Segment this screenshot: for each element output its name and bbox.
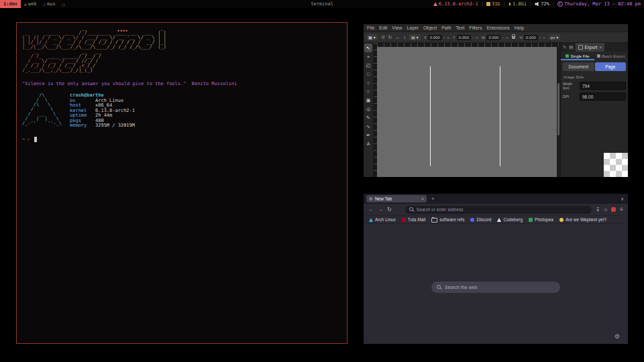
back-button[interactable]: ← <box>368 206 374 213</box>
menu-help[interactable]: Help <box>515 25 524 30</box>
menu-button[interactable]: ≡ <box>620 206 623 213</box>
workspace-scratch[interactable]: □ <box>59 0 68 8</box>
stepper-minus[interactable]: − <box>472 36 475 40</box>
lock-ratio-icon[interactable] <box>512 36 515 39</box>
layers-dialog-icon[interactable]: ▤ <box>569 45 574 50</box>
export-dpi-input[interactable]: 96.00 <box>580 93 626 101</box>
downloads-button[interactable]: ↧ <box>596 206 600 213</box>
personalize-gear-icon[interactable]: ⚙ <box>614 333 620 340</box>
stepper-plus[interactable]: + <box>447 36 449 40</box>
bookmark-arch-linux[interactable]: Arch Linux <box>369 217 396 222</box>
rotate-cw-button[interactable]: ↻ <box>388 35 392 40</box>
close-icon[interactable]: × <box>599 45 602 50</box>
codeberg-icon <box>497 218 501 222</box>
spiral-tool[interactable]: ◎ <box>364 105 372 113</box>
pencil-tool[interactable]: ✎ <box>364 113 372 122</box>
tab-single-file[interactable]: Single File <box>561 52 594 60</box>
export-dialog-tab[interactable]: Export × <box>576 43 605 52</box>
search-icon <box>409 207 414 213</box>
stepper-plus[interactable]: + <box>543 36 545 40</box>
export-area-buttons: Document Page <box>563 62 626 71</box>
menu-extensions[interactable]: Extensions <box>486 25 509 30</box>
bookmark-codeberg[interactable]: Codeberg <box>497 217 523 222</box>
url-placeholder: Search or enter address <box>417 207 464 212</box>
bookmark-are-we-wayland-yet[interactable]: Are we Wayland yet? <box>559 217 606 222</box>
prompt-path: ~ <box>22 137 25 142</box>
adblock-extension-icon[interactable] <box>611 207 616 212</box>
shape-builder-tool[interactable]: ◱ <box>364 61 372 70</box>
star-tool[interactable]: ☆ <box>364 87 372 96</box>
flip-horizontal-button[interactable]: ↔ <box>395 35 400 40</box>
ellipse-tool[interactable]: ○ <box>364 78 372 87</box>
search-placeholder: Search the web <box>445 285 478 290</box>
workspace-label: web <box>28 1 37 7</box>
bookmark-discord[interactable]: Discord <box>470 217 491 222</box>
select-tool[interactable]: ↖ <box>364 44 372 52</box>
new-tab-button[interactable]: + <box>431 196 435 202</box>
rectangle-tool[interactable]: □ <box>364 70 372 78</box>
y-field[interactable]: Y 0.000 − + <box>453 35 478 40</box>
export-icon <box>578 45 583 50</box>
node-tool[interactable]: ⌖ <box>364 52 372 61</box>
stepper-minus[interactable]: − <box>443 36 446 40</box>
art-dots: ▪▪▪▪ <box>117 28 128 32</box>
workspace-mus[interactable]: ♪ mus <box>40 0 58 8</box>
rotate-ccw-button[interactable]: ↺ <box>381 35 385 40</box>
web-search-input[interactable]: Search the web <box>431 282 560 293</box>
arch-ascii-logo: /\ / \ /\ \ / \ / __ \ / | | \ /_-'' ''-… <box>22 93 62 129</box>
fetch-row: memory 3295M / 32019M <box>70 123 135 129</box>
bookmark-tuta-mail[interactable]: Tuta Mail <box>402 217 426 222</box>
export-preview-checkerboard <box>604 153 628 177</box>
stepper-minus[interactable]: − <box>502 36 504 40</box>
discord-icon <box>470 218 474 222</box>
width-field[interactable]: W 0.000 − + <box>482 35 508 40</box>
stepper-plus[interactable]: + <box>506 36 508 40</box>
export-width-input[interactable]: 794 <box>580 82 626 90</box>
home-button[interactable]: ⌂ <box>604 206 607 213</box>
menu-layer[interactable]: Layer <box>407 25 419 30</box>
export-mode-tabs: Single File Batch Export <box>561 52 628 60</box>
menu-view[interactable]: View <box>392 25 402 30</box>
x-field[interactable]: X 0.000 − + <box>424 35 449 40</box>
canvas[interactable] <box>374 43 560 177</box>
close-tab-icon[interactable]: × <box>421 196 424 201</box>
calligraphy-tool[interactable]: ∿ <box>364 122 372 131</box>
stepper-minus[interactable]: − <box>539 36 542 40</box>
list-tabs-chevron-icon[interactable]: ∨ <box>621 196 624 202</box>
menu-file[interactable]: File <box>367 25 374 30</box>
active-tab[interactable]: ⊕ New Tab × <box>366 195 427 202</box>
new-tab-page: Search the web ⚙ <box>364 224 628 344</box>
page-button[interactable]: Page <box>595 62 627 71</box>
menu-object[interactable]: Object <box>423 25 437 30</box>
flip-vertical-button[interactable]: ↕ <box>403 35 406 40</box>
workspace-web[interactable]: ⊕ web <box>21 0 40 8</box>
separator: | <box>481 1 484 7</box>
unit-dropdown[interactable]: px ▾ <box>549 34 560 40</box>
workspace-dev[interactable]: 1:dev <box>0 0 21 8</box>
forward-button[interactable]: → <box>378 206 383 213</box>
fill-stroke-dialog-icon[interactable]: ✎ <box>563 45 567 50</box>
stepper-plus[interactable]: + <box>476 36 478 40</box>
wayland-icon <box>559 218 564 222</box>
bookmark-photopea[interactable]: Photopea <box>529 217 553 222</box>
box3d-tool[interactable]: ▣ <box>364 96 372 105</box>
document-button[interactable]: Document <box>563 62 594 71</box>
volume-status[interactable]: 72% <box>535 1 549 7</box>
select-mode-dropdown[interactable]: ▦ ▾ <box>366 34 378 40</box>
url-bar[interactable]: Search or enter address <box>405 206 592 214</box>
bookmark-folder-software-refs[interactable]: software refs <box>431 217 464 223</box>
menu-edit[interactable]: Edit <box>379 25 387 30</box>
menu-text[interactable]: Text <box>456 25 465 30</box>
scale-mode-dropdown[interactable]: ▤ ▾ <box>409 34 421 40</box>
shell-prompt[interactable]: ~ › <box>22 137 341 142</box>
text-tool[interactable]: A <box>364 139 372 148</box>
welcome-ascii-art: __ _ _ _____ ___ / /________ ____ ___ __… <box>22 26 341 73</box>
chevron-down-icon: ▾ <box>417 35 419 40</box>
menu-path[interactable]: Path <box>441 25 451 30</box>
tab-batch-export[interactable]: Batch Export <box>594 52 628 60</box>
height-field[interactable]: H 0.000 − + <box>519 35 545 40</box>
pen-tool[interactable]: ✒ <box>364 131 372 139</box>
reload-button[interactable]: ↻ <box>387 206 392 213</box>
menu-filters[interactable]: Filters <box>469 25 482 30</box>
terminal-window[interactable]: ▪▪▪▪ __ _ _ _____ ___ / /________ ____ _… <box>16 22 347 344</box>
